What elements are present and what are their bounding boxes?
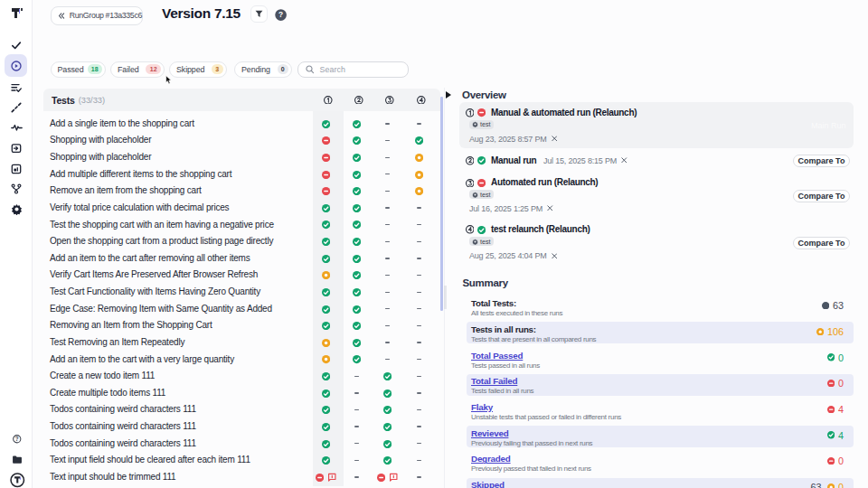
svg-text:?: ? — [278, 10, 283, 19]
svg-text:?: ? — [15, 436, 19, 442]
